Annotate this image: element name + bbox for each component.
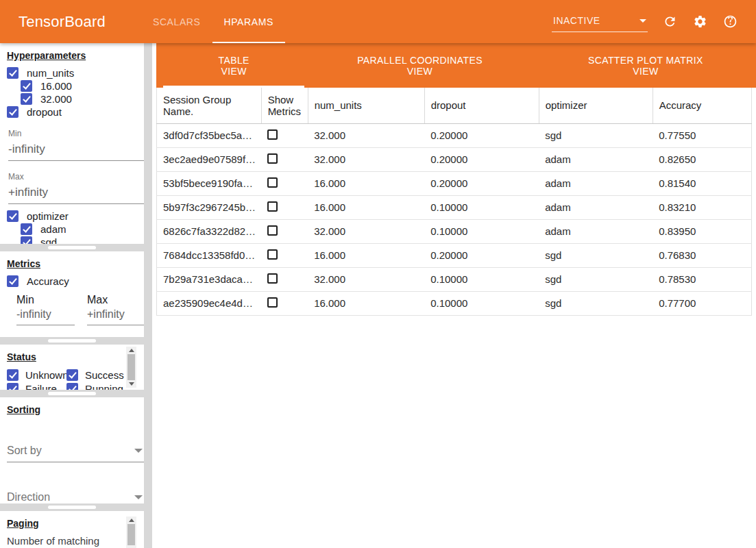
column-header-show-metrics[interactable]: Show Metrics xyxy=(261,88,308,123)
scrollbar-thumb[interactable] xyxy=(127,354,135,380)
scroll-up-icon[interactable] xyxy=(129,519,134,522)
refresh-icon xyxy=(663,14,677,29)
sort-by-dropdown[interactable]: Sort by xyxy=(7,441,144,462)
num-units-label: num_units xyxy=(27,67,74,79)
show-metrics-checkbox[interactable] xyxy=(267,273,278,284)
max-label: Max xyxy=(87,294,144,306)
num-units-checkbox[interactable] xyxy=(7,67,19,79)
column-header-session-group-name[interactable]: Session Group Name. xyxy=(157,88,262,123)
accuracy-max-input[interactable] xyxy=(87,306,144,325)
paging-panel: Paging Number of matching session groups… xyxy=(0,511,144,548)
min-label: Min xyxy=(8,129,140,138)
refresh-button[interactable] xyxy=(661,14,678,30)
status-title: Status xyxy=(7,351,140,362)
adam-label: adam xyxy=(40,223,66,235)
tab-parallel-coordinates-view[interactable]: PARALLEL COORDINATES VIEW xyxy=(304,43,535,88)
session-group-name: 7b29a731e3daca… xyxy=(157,267,262,291)
optimizer-value: adam xyxy=(539,147,653,171)
session-groups-table: Session Group Name. Show Metrics num_uni… xyxy=(156,88,752,316)
top-navigation: SCALARS HPARAMS xyxy=(141,0,285,43)
dropout-min-input[interactable] xyxy=(8,140,144,161)
hparam-optimizer-sgd: sgd xyxy=(21,236,140,244)
panel-resize-handle[interactable] xyxy=(48,506,96,509)
dropout-checkbox[interactable] xyxy=(7,106,19,118)
hparam-optimizer: optimizer xyxy=(7,210,140,222)
num-units-value: 16.000 xyxy=(308,243,424,267)
session-group-name: 6826c7fa3322d82… xyxy=(157,219,262,243)
column-header-accuracy[interactable]: Accuracy xyxy=(653,88,751,123)
app-title: TensorBoard xyxy=(19,0,106,43)
direction-value: Direction xyxy=(7,491,50,503)
table-row: 7b29a731e3daca… 32.000 0.10000 sgd 0.785… xyxy=(157,267,752,291)
success-checkbox[interactable] xyxy=(66,369,78,381)
sgd-checkbox[interactable] xyxy=(21,236,32,245)
show-metrics-checkbox[interactable] xyxy=(267,201,278,212)
scroll-down-icon[interactable] xyxy=(129,382,134,386)
scroll-up-icon[interactable] xyxy=(129,349,134,352)
tab-scatter-plot-matrix-view[interactable]: SCATTER PLOT MATRIX VIEW xyxy=(535,43,756,88)
help-button[interactable] xyxy=(722,14,738,30)
accuracy-value: 0.81540 xyxy=(653,171,751,195)
tab-scalars[interactable]: SCALARS xyxy=(141,0,212,43)
unknown-checkbox[interactable] xyxy=(7,369,19,381)
hparams-sidebar: Hyperparameters num_units 16.000 32.000 … xyxy=(0,43,152,548)
chevron-down-icon xyxy=(134,449,143,453)
top-app-bar: TensorBoard SCALARS HPARAMS INACTIVE xyxy=(0,0,756,43)
status-running: Running xyxy=(66,382,129,390)
show-metrics-checkbox[interactable] xyxy=(267,129,278,140)
column-header-optimizer[interactable]: optimizer xyxy=(539,88,653,123)
show-metrics-checkbox[interactable] xyxy=(267,249,278,260)
accuracy-min-input[interactable] xyxy=(16,306,75,325)
num-units-16-checkbox[interactable] xyxy=(21,80,32,92)
optimizer-value: adam xyxy=(539,195,653,219)
num-units-value: 16.000 xyxy=(308,291,424,315)
session-group-name: 3df0d7cf35bec5a… xyxy=(157,123,262,147)
column-header-num-units[interactable]: num_units xyxy=(308,88,424,123)
run-status-dropdown[interactable]: INACTIVE xyxy=(552,14,648,32)
column-header-dropout[interactable]: dropout xyxy=(424,88,539,123)
failure-checkbox[interactable] xyxy=(7,383,19,390)
success-label: Success xyxy=(85,369,124,381)
accuracy-value: 0.77550 xyxy=(653,123,751,147)
sort-by-value: Sort by xyxy=(7,445,42,457)
dropout-value: 0.10000 xyxy=(424,219,539,243)
table-row: 3df0d7cf35bec5a… 32.000 0.20000 sgd 0.77… xyxy=(157,123,752,147)
optimizer-value: adam xyxy=(539,219,653,243)
num-units-32-checkbox[interactable] xyxy=(21,93,32,105)
adam-checkbox[interactable] xyxy=(21,223,32,235)
panel-resize-handle[interactable] xyxy=(48,246,96,249)
dropout-label: dropout xyxy=(27,106,62,118)
status-scrollbar[interactable] xyxy=(126,347,136,388)
session-group-name: 5b97f3c2967245b… xyxy=(157,195,262,219)
running-checkbox[interactable] xyxy=(66,383,78,390)
show-metrics-checkbox[interactable] xyxy=(267,297,278,308)
num-units-value: 16.000 xyxy=(308,195,424,219)
show-metrics-checkbox[interactable] xyxy=(267,153,278,164)
accuracy-min-field: Min xyxy=(16,294,75,325)
optimizer-checkbox[interactable] xyxy=(7,210,19,222)
direction-dropdown[interactable]: Direction xyxy=(7,488,144,503)
dropout-max-input[interactable] xyxy=(8,184,144,204)
settings-button[interactable] xyxy=(692,14,708,30)
scrollbar-thumb[interactable] xyxy=(127,524,135,545)
chevron-down-icon xyxy=(134,495,143,499)
panel-resize-handle[interactable] xyxy=(48,392,96,395)
table-row: 7684dcc13358fd0… 16.000 0.20000 sgd 0.76… xyxy=(157,243,752,267)
show-metrics-checkbox[interactable] xyxy=(267,225,278,236)
table-row: 5b97f3c2967245b… 16.000 0.10000 adam 0.8… xyxy=(157,195,752,219)
table-row: 3ec2aed9e07589f… 32.000 0.20000 adam 0.8… xyxy=(157,147,752,171)
tab-table-view[interactable]: TABLE VIEW xyxy=(163,43,304,88)
tab-hparams[interactable]: HPARAMS xyxy=(212,0,285,43)
session-group-name: 53bf5bece9190fa… xyxy=(157,171,262,195)
table-row: 6826c7fa3322d82… 32.000 0.10000 adam 0.8… xyxy=(157,219,752,243)
paging-scrollbar[interactable] xyxy=(126,516,136,548)
chevron-down-icon xyxy=(639,19,646,23)
session-group-name: ae235909ec4e4d… xyxy=(157,291,262,315)
panel-resize-handle[interactable] xyxy=(48,339,96,342)
accuracy-checkbox[interactable] xyxy=(7,275,19,287)
session-group-name: 7684dcc13358fd0… xyxy=(157,243,262,267)
dropout-value: 0.10000 xyxy=(424,291,539,315)
num-units-value: 32.000 xyxy=(308,267,424,291)
status-unknown: Unknown xyxy=(7,369,66,381)
show-metrics-checkbox[interactable] xyxy=(267,177,278,188)
